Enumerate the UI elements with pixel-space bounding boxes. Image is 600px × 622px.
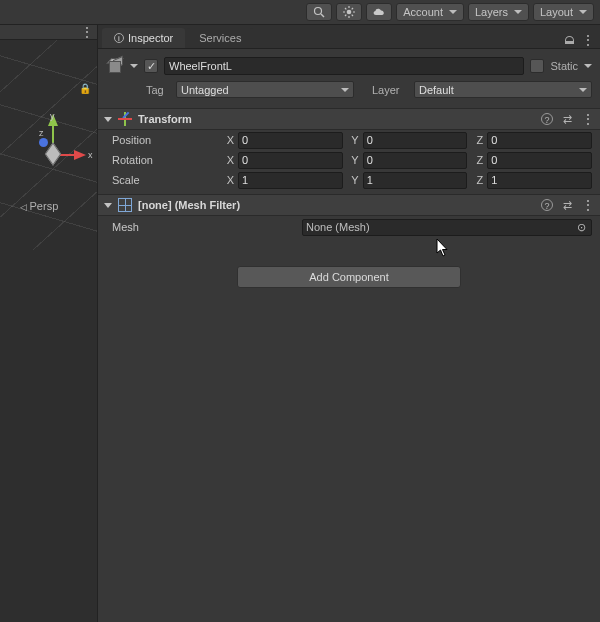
static-dropdown-arrow[interactable] — [584, 64, 592, 68]
account-label: Account — [403, 6, 443, 18]
component-mesh-filter: [none] (Mesh Filter) ? ⇄ ⋮ Mesh None (Me… — [98, 194, 600, 238]
y-label: Y — [347, 134, 359, 146]
axis-z-label: z — [39, 128, 44, 138]
preset-icon[interactable]: ⇄ — [563, 199, 572, 212]
rotation-label: Rotation — [112, 154, 222, 166]
component-transform: Transform ? ⇄ ⋮ Position X 0 Y 0 Z 0 Rot… — [98, 108, 600, 190]
svg-line-8 — [352, 15, 353, 16]
more-icon[interactable]: ⋮ — [81, 31, 93, 34]
svg-point-0 — [315, 8, 322, 15]
mesh-object-field[interactable]: None (Mesh) ⊙ — [302, 219, 592, 236]
mesh-filter-header[interactable]: [none] (Mesh Filter) ? ⇄ ⋮ — [98, 194, 600, 216]
axis-y-label: y — [50, 111, 55, 121]
help-icon[interactable]: ? — [541, 199, 553, 211]
gizmo-z-axis[interactable] — [39, 138, 48, 147]
orientation-gizmo[interactable]: y x z — [40, 114, 97, 174]
gizmo-x-axis[interactable] — [74, 150, 86, 160]
y-label: Y — [347, 174, 359, 186]
scene-viewport[interactable]: y x z ◁ Persp — [0, 40, 97, 250]
mesh-row: Mesh None (Mesh) ⊙ — [98, 216, 600, 238]
tag-label: Tag — [146, 84, 172, 96]
tab-services-label: Services — [199, 32, 241, 44]
layer-value: Default — [419, 84, 454, 96]
layout-label: Layout — [540, 6, 573, 18]
mesh-value: None (Mesh) — [306, 221, 370, 233]
svg-line-1 — [321, 14, 324, 17]
more-icon[interactable]: ⋮ — [582, 118, 594, 121]
mesh-filter-title: [none] (Mesh Filter) — [138, 199, 240, 211]
layers-dropdown[interactable]: Layers — [468, 3, 529, 21]
chevron-down-icon — [341, 88, 349, 92]
layers-label: Layers — [475, 6, 508, 18]
z-label: Z — [471, 174, 483, 186]
svg-line-10 — [352, 8, 353, 9]
add-component-label: Add Component — [309, 271, 389, 283]
x-label: X — [222, 174, 234, 186]
sun-icon — [343, 6, 355, 18]
tab-inspector[interactable]: i Inspector — [102, 28, 185, 48]
scale-x-input[interactable]: 1 — [238, 172, 343, 189]
chevron-down-icon — [449, 10, 457, 14]
cloud-icon — [372, 7, 386, 17]
position-x-input[interactable]: 0 — [238, 132, 343, 149]
scale-label: Scale — [112, 174, 222, 186]
add-component-button[interactable]: Add Component — [237, 266, 461, 288]
axis-x-label: x — [88, 150, 93, 160]
transform-header[interactable]: Transform ? ⇄ ⋮ — [98, 108, 600, 130]
foldout-icon[interactable] — [104, 203, 112, 208]
y-label: Y — [347, 154, 359, 166]
panel-tabs: i Inspector Services ⋮ — [98, 25, 600, 49]
transform-icon — [118, 112, 132, 126]
svg-point-2 — [347, 10, 352, 15]
icon-chevron-down[interactable] — [130, 64, 138, 68]
help-icon[interactable]: ? — [541, 113, 553, 125]
chevron-down-icon — [514, 10, 522, 14]
preset-icon[interactable]: ⇄ — [563, 113, 572, 126]
tab-services[interactable]: Services — [187, 28, 253, 48]
search-icon — [313, 6, 325, 18]
svg-line-9 — [345, 15, 346, 16]
x-label: X — [222, 154, 234, 166]
search-button[interactable] — [306, 3, 332, 21]
x-label: X — [222, 134, 234, 146]
mesh-label: Mesh — [112, 221, 302, 233]
active-checkbox[interactable]: ✓ — [144, 59, 158, 73]
position-row: Position X 0 Y 0 Z 0 — [98, 130, 600, 150]
chevron-down-icon — [579, 10, 587, 14]
scale-y-input[interactable]: 1 — [363, 172, 468, 189]
info-icon: i — [114, 33, 124, 43]
projection-label[interactable]: ◁ Persp — [20, 200, 58, 212]
mesh-filter-icon — [118, 198, 132, 212]
rotation-row: Rotation X 0 Y 0 Z 0 — [98, 150, 600, 170]
gameobject-icon[interactable] — [106, 55, 128, 77]
layer-dropdown[interactable]: Default — [414, 81, 592, 98]
foldout-icon[interactable] — [104, 117, 112, 122]
scene-view[interactable]: ⋮ 🔒 y x z ◁ Persp — [0, 25, 98, 622]
top-toolbar: Account Layers Layout — [0, 0, 600, 25]
position-y-input[interactable]: 0 — [363, 132, 468, 149]
lighting-button[interactable] — [336, 3, 362, 21]
position-z-input[interactable]: 0 — [487, 132, 592, 149]
tag-dropdown[interactable]: Untagged — [176, 81, 354, 98]
rotation-x-input[interactable]: 0 — [238, 152, 343, 169]
position-label: Position — [112, 134, 222, 146]
lock-icon[interactable] — [565, 36, 574, 44]
more-icon[interactable]: ⋮ — [582, 204, 594, 207]
account-dropdown[interactable]: Account — [396, 3, 464, 21]
tag-layer-row: Tag Untagged Layer Default — [98, 81, 600, 104]
static-label: Static — [550, 60, 578, 72]
gizmo-center[interactable] — [45, 142, 61, 165]
z-label: Z — [471, 134, 483, 146]
gameobject-name-input[interactable]: WheelFrontL — [164, 57, 524, 75]
static-checkbox[interactable] — [530, 59, 544, 73]
scale-z-input[interactable]: 1 — [487, 172, 592, 189]
layout-dropdown[interactable]: Layout — [533, 3, 594, 21]
cloud-button[interactable] — [366, 3, 392, 21]
gameobject-header: ✓ WheelFrontL Static — [98, 49, 600, 81]
object-picker-icon[interactable]: ⊙ — [574, 221, 588, 234]
scene-view-header: ⋮ — [0, 25, 97, 40]
rotation-z-input[interactable]: 0 — [487, 152, 592, 169]
rotation-y-input[interactable]: 0 — [363, 152, 468, 169]
more-icon[interactable]: ⋮ — [582, 39, 594, 42]
z-label: Z — [471, 154, 483, 166]
